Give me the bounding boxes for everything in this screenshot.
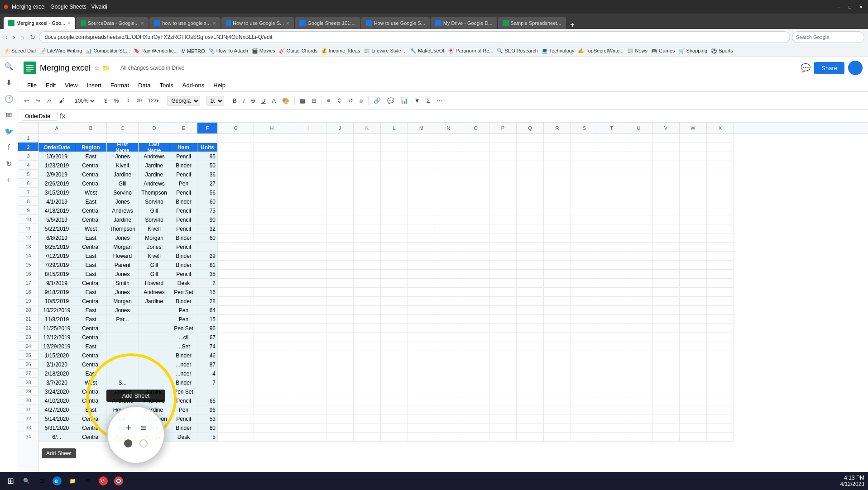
cell-32-g[interactable]: [218, 414, 254, 423]
tab-merging-excel[interactable]: Merging excel - Goo... ✕: [4, 17, 75, 29]
cell-19-m[interactable]: [408, 297, 435, 306]
cell-20-o[interactable]: [462, 306, 489, 315]
cell-32-j[interactable]: [326, 414, 354, 423]
cell-9-g[interactable]: [218, 206, 254, 215]
cell-28-i[interactable]: [290, 378, 326, 387]
cell-11-s[interactable]: [571, 224, 598, 233]
col-header-p[interactable]: P: [489, 123, 517, 133]
cell-1l[interactable]: [381, 134, 408, 143]
cell-5-o[interactable]: [462, 170, 489, 179]
cell-6-f[interactable]: 27: [197, 179, 218, 188]
cell-5-m[interactable]: [408, 170, 435, 179]
cell-22-j[interactable]: [326, 324, 354, 333]
cell-3-q[interactable]: [517, 152, 544, 161]
cell-13-g[interactable]: [218, 243, 254, 252]
cell-25-d[interactable]: [139, 351, 170, 360]
cell-2l[interactable]: [381, 143, 408, 152]
cell-27-k[interactable]: [354, 369, 381, 378]
cell-8-p[interactable]: [489, 197, 517, 206]
cell-5-f[interactable]: 36: [197, 170, 218, 179]
cell-8-g[interactable]: [218, 197, 254, 206]
bookmark-lifewire-style[interactable]: 📰 Lifewire Style ...: [364, 48, 407, 54]
cell-18-v[interactable]: [652, 288, 680, 297]
cell-2r[interactable]: [544, 143, 571, 152]
cell-4-k[interactable]: [354, 161, 381, 170]
cell-28-j[interactable]: [326, 378, 354, 387]
cell-16-u[interactable]: [625, 270, 652, 279]
cell-8-w[interactable]: [680, 197, 707, 206]
bookmark-seo[interactable]: 🔍 SEO Research: [497, 48, 537, 54]
cell-8-l[interactable]: [381, 197, 408, 206]
cell-18-w[interactable]: [680, 288, 707, 297]
cell-28-o[interactable]: [462, 378, 489, 387]
side-download-icon[interactable]: ⬇: [4, 77, 14, 88]
cell-1j[interactable]: [326, 134, 354, 143]
user-avatar[interactable]: 👤: [848, 61, 863, 75]
cell-13-k[interactable]: [354, 243, 381, 252]
cell-22-v[interactable]: [652, 324, 680, 333]
cell-4-g[interactable]: [218, 161, 254, 170]
bookmark-movies[interactable]: 🎬 Movies: [252, 48, 275, 54]
cell-8-x[interactable]: [707, 197, 734, 206]
row-3[interactable]: 3: [18, 152, 38, 161]
row-29[interactable]: 29: [18, 387, 38, 396]
cell-23-g[interactable]: [218, 333, 254, 342]
cell-11-i[interactable]: [290, 224, 326, 233]
cell-29-l[interactable]: [381, 387, 408, 396]
col-header-s[interactable]: S: [571, 123, 598, 133]
cell-24-w[interactable]: [680, 342, 707, 351]
cell-32-t[interactable]: [598, 414, 625, 423]
menu-data[interactable]: Data: [134, 80, 154, 90]
cell-24-q[interactable]: [517, 342, 544, 351]
cell-3-l[interactable]: [381, 152, 408, 161]
cell-22-p[interactable]: [489, 324, 517, 333]
cell-15-k[interactable]: [354, 261, 381, 270]
cell-7-f[interactable]: 56: [197, 188, 218, 197]
cell-14-x[interactable]: [707, 252, 734, 261]
cell-8-o[interactable]: [462, 197, 489, 206]
cell-13-u[interactable]: [625, 243, 652, 252]
cell-27-m[interactable]: [408, 369, 435, 378]
row-32[interactable]: 32: [18, 414, 38, 423]
cell-8-n[interactable]: [435, 197, 462, 206]
cell-28-d[interactable]: [139, 378, 170, 387]
cell-13-c[interactable]: Morgan: [107, 243, 139, 252]
cell-19-x[interactable]: [707, 297, 734, 306]
cell-27-p[interactable]: [489, 369, 517, 378]
menu-view[interactable]: View: [61, 80, 81, 90]
cell-22-w[interactable]: [680, 324, 707, 333]
cell-16-f[interactable]: 35: [197, 270, 218, 279]
cell-25-l[interactable]: [381, 351, 408, 360]
cell-13-o[interactable]: [462, 243, 489, 252]
cell-30-j[interactable]: [326, 396, 354, 405]
cell-9-o[interactable]: [462, 206, 489, 215]
comments-button[interactable]: 💬: [801, 63, 810, 73]
cell-18-j[interactable]: [326, 288, 354, 297]
cell-7-g[interactable]: [218, 188, 254, 197]
cell-14-j[interactable]: [326, 252, 354, 261]
cell-26-t[interactable]: [598, 360, 625, 369]
cell-18-g[interactable]: [218, 288, 254, 297]
cell-30-q[interactable]: [517, 396, 544, 405]
cell-9-t[interactable]: [598, 206, 625, 215]
cell-2n[interactable]: [435, 143, 462, 152]
cell-30-o[interactable]: [462, 396, 489, 405]
cell-34-f[interactable]: 5: [197, 433, 218, 442]
cell-24-p[interactable]: [489, 342, 517, 351]
row-2[interactable]: 2: [18, 143, 38, 152]
bookmark-metro[interactable]: M METRO: [182, 48, 205, 54]
tab-sheets-101[interactable]: Google Sheets 101:...: [295, 17, 360, 29]
cell-9-p[interactable]: [489, 206, 517, 215]
cell-7-c[interactable]: Sorvino: [107, 188, 139, 197]
cell-24-m[interactable]: [408, 342, 435, 351]
cell-18-b[interactable]: East: [75, 288, 107, 297]
cell-14-l[interactable]: [381, 252, 408, 261]
cell-27-q[interactable]: [517, 369, 544, 378]
cell-13-h[interactable]: [254, 243, 290, 252]
cell-20-v[interactable]: [652, 306, 680, 315]
row-21[interactable]: 21: [18, 314, 38, 323]
cell-20-x[interactable]: [707, 306, 734, 315]
cell-7-j[interactable]: [326, 188, 354, 197]
cell-6-s[interactable]: [571, 179, 598, 188]
cell-6-n[interactable]: [435, 179, 462, 188]
